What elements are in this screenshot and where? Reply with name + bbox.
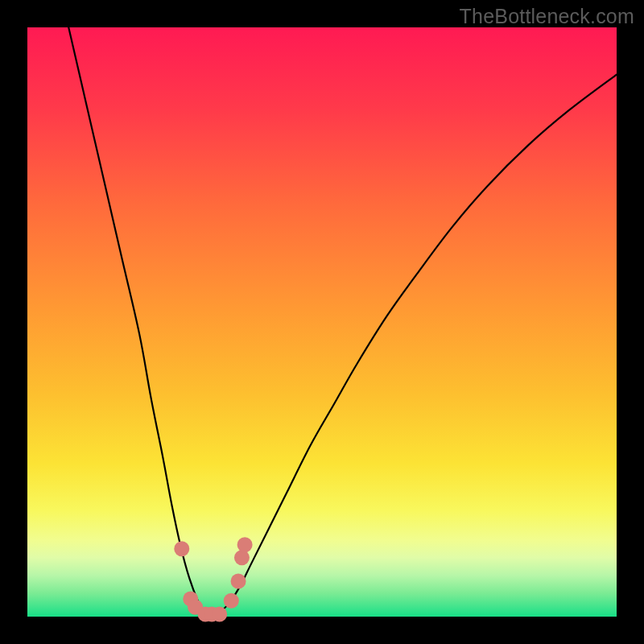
curve-markers [174, 537, 252, 621]
bottleneck-curve-layer [27, 27, 617, 617]
watermark-label: TheBottleneck.com [460, 5, 634, 28]
curve-marker [237, 537, 253, 552]
curve-marker [224, 593, 239, 609]
plot-area [27, 27, 617, 617]
curve-marker [231, 574, 246, 589]
curve-marker [212, 607, 227, 622]
curve-marker [174, 541, 189, 556]
bottleneck-curve [68, 27, 617, 617]
chart-frame: TheBottleneck.com [0, 0, 644, 644]
curve-marker [234, 550, 250, 565]
